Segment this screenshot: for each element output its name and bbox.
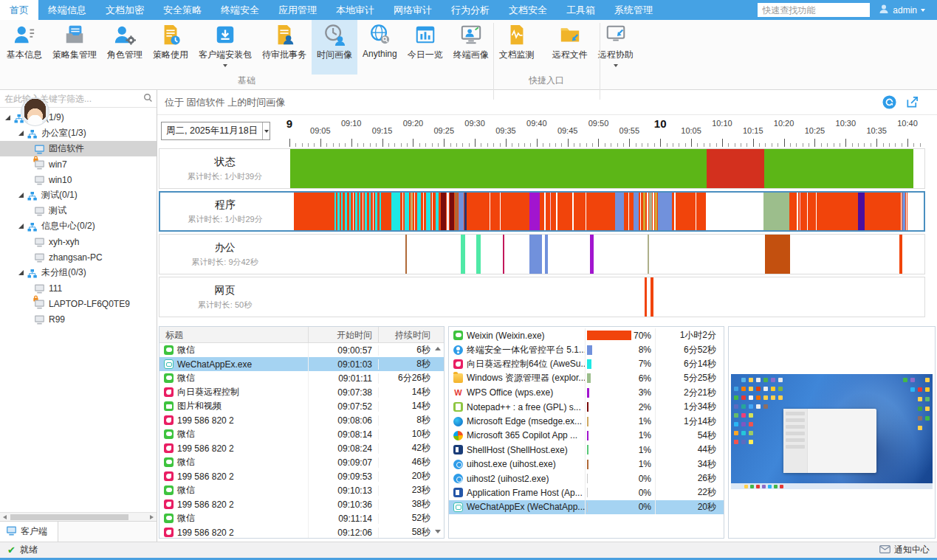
scroll-up-icon[interactable]	[435, 347, 441, 350]
timeline-row-office[interactable]: 办公 累计时长: 9分42秒	[159, 234, 925, 274]
timeline-segment[interactable]	[373, 193, 374, 230]
timeline-segment[interactable]	[858, 193, 865, 230]
timeline-segment[interactable]	[797, 193, 798, 230]
timeline-segment[interactable]	[550, 193, 551, 230]
timeline-segment[interactable]	[450, 193, 454, 230]
search-icon[interactable]	[143, 93, 157, 105]
date-picker[interactable]: 周二, 2025年11月18日	[161, 122, 270, 140]
timeline-segment[interactable]	[902, 193, 905, 230]
timeline-segment[interactable]	[586, 193, 586, 230]
timeline-segment[interactable]	[634, 193, 639, 230]
tree-expand-icon[interactable]	[18, 192, 25, 199]
timeline-segment[interactable]	[436, 193, 439, 230]
tree-filter-input[interactable]	[0, 94, 143, 104]
tree-item[interactable]: xyh-xyh	[0, 234, 157, 249]
timeline-segment[interactable]	[503, 235, 504, 274]
timeline-segment[interactable]	[380, 193, 381, 230]
notification-center-button[interactable]: 通知中心	[879, 544, 930, 556]
timeline-segment[interactable]	[334, 193, 336, 230]
table-row[interactable]: Weixin (Weixin.exe) 70% 1小时2分	[449, 328, 724, 342]
table-row[interactable]: Microsoft 365 Copilot App ... 1% 54秒	[449, 429, 724, 443]
timeline-segment[interactable]	[764, 149, 913, 188]
table-row[interactable]: 微信 09:11:14 52秒	[159, 511, 444, 525]
menu-tab[interactable]: 文档安全	[499, 0, 557, 20]
export-button[interactable]	[905, 95, 919, 109]
menu-tab[interactable]: 终端安全	[211, 0, 269, 20]
timeline-segment[interactable]	[461, 235, 465, 274]
timeline-segment[interactable]	[529, 193, 540, 230]
tree-expand-icon[interactable]	[18, 130, 25, 137]
column-header-start[interactable]: 开始时间	[309, 327, 379, 342]
table-row[interactable]: 199 586 820 2 09:08:24 42秒	[159, 441, 444, 455]
timeline-segment[interactable]	[369, 193, 371, 230]
tree-item[interactable]: win10	[0, 172, 157, 187]
ribbon-item-policy-usage[interactable]: 策略使用	[148, 20, 193, 75]
table-row[interactable]: 图片和视频 09:07:52 14秒	[159, 399, 444, 413]
timeline-row-web[interactable]: 网页 累计时长: 50秒	[159, 277, 925, 317]
ribbon-item-anything[interactable]: Anything	[357, 20, 402, 75]
timeline-segment[interactable]	[455, 193, 458, 230]
table-row[interactable]: Notepad++ : a free (GPL) s... 2% 1分34秒	[449, 400, 724, 414]
table-row[interactable]: Windows 资源管理器 (explor... 6% 5分25秒	[449, 371, 724, 385]
timeline-segment[interactable]	[901, 193, 902, 230]
table-row[interactable]: 199 586 820 2 09:08:06 8秒	[159, 413, 444, 427]
table-row[interactable]: 微信 09:01:11 6分26秒	[159, 371, 444, 385]
ribbon-item-policy-set[interactable]: 策略集管理	[47, 20, 102, 75]
tree-item[interactable]: 测试	[0, 203, 157, 218]
timeline-segment[interactable]	[615, 193, 624, 230]
tree-item[interactable]: R99	[0, 311, 157, 327]
timeline-segment[interactable]	[545, 235, 548, 274]
timeline-segment[interactable]	[640, 193, 641, 230]
ribbon-item-role-mgmt[interactable]: 角色管理	[102, 20, 148, 75]
user-menu[interactable]: admin	[870, 0, 937, 20]
timeline-segment[interactable]	[355, 193, 357, 230]
refresh-button[interactable]	[882, 95, 896, 109]
menu-tab[interactable]: 工具箱	[557, 0, 605, 20]
table-row[interactable]: uihost2 (uihost2.exe) 0% 26秒	[449, 471, 724, 485]
date-picker-dropdown[interactable]	[262, 122, 270, 139]
timeline-segment[interactable]	[906, 193, 907, 230]
office-track[interactable]	[290, 235, 924, 274]
table-row[interactable]: Microsoft Edge (msedge.ex... 1% 1分14秒	[449, 414, 724, 428]
timeline-segment[interactable]	[655, 193, 657, 230]
timeline-segment[interactable]	[556, 193, 557, 230]
ribbon-item-client-installer[interactable]: 客户端安装包	[193, 20, 257, 75]
timeline-segment[interactable]	[789, 193, 899, 230]
timeline-segment[interactable]	[447, 193, 449, 230]
timeline-segment[interactable]	[423, 193, 424, 230]
timeline-segment[interactable]	[807, 193, 808, 230]
ribbon-item-terminal-portrait[interactable]: 终端画像	[448, 20, 494, 75]
table-row[interactable]: WeChatAppEx.exe 09:01:03 8秒	[159, 357, 444, 371]
scroll-down-icon[interactable]	[435, 530, 441, 533]
timeline-segment[interactable]	[763, 193, 789, 230]
timeline-segment[interactable]	[375, 193, 377, 230]
quick-search-input[interactable]	[758, 3, 870, 17]
timeline-segment[interactable]	[363, 193, 363, 230]
timeline-segment[interactable]	[500, 193, 501, 230]
timeline-segment[interactable]	[645, 277, 647, 317]
timeline-segment[interactable]	[353, 193, 354, 230]
table-row[interactable]: 199 586 820 2 09:09:53 20秒	[159, 469, 444, 483]
timeline-segment[interactable]	[649, 193, 652, 230]
timeline-segment[interactable]	[648, 235, 649, 274]
timeline-segment[interactable]	[696, 193, 696, 230]
programs-track[interactable]	[290, 193, 924, 230]
tab-client[interactable]: 客户端	[0, 522, 58, 542]
timeline-segment[interactable]	[628, 193, 629, 230]
table-row[interactable]: Application Frame Host (Ap... 0% 22秒	[449, 485, 724, 499]
timeline-segment[interactable]	[441, 193, 446, 230]
timeline-segment[interactable]	[658, 193, 672, 230]
tree-item[interactable]: win7	[0, 156, 157, 172]
menu-tab[interactable]: 网络审计	[384, 0, 442, 20]
tree-item[interactable]: 未分组(0/3)	[0, 265, 157, 280]
table-row[interactable]: 微信 09:00:57 6秒	[159, 343, 444, 357]
timeline-segment[interactable]	[405, 235, 407, 274]
table-row[interactable]: uihost.exe (uihost.exe) 1% 34秒	[449, 457, 724, 471]
timeline-segment[interactable]	[402, 193, 403, 230]
timeline-segment[interactable]	[643, 193, 645, 230]
web-track[interactable]	[290, 277, 924, 317]
scrollbar-thumb[interactable]	[10, 514, 128, 520]
timeline-segment[interactable]	[405, 193, 409, 230]
table-row[interactable]: 微信 09:08:14 10秒	[159, 427, 444, 441]
timeline-segment[interactable]	[341, 193, 343, 230]
